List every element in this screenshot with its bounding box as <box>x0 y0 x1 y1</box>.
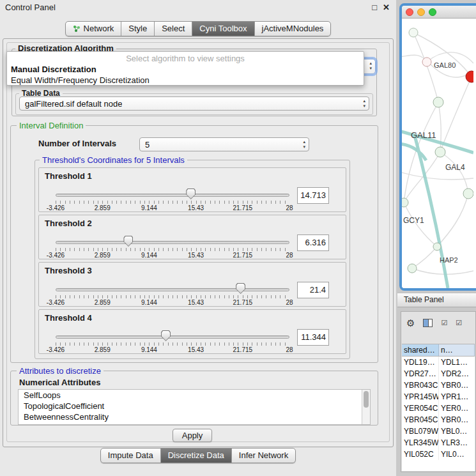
network-window-titlebar[interactable] <box>402 6 476 19</box>
network-node[interactable] <box>433 97 443 107</box>
table-row[interactable]: YLR345WYLR3… <box>402 437 475 449</box>
float-window-icon[interactable]: □ <box>372 3 377 12</box>
stepper-icon: ▴▾ <box>369 61 372 71</box>
attribute-list-item[interactable]: BetweennessCentrality <box>19 411 370 422</box>
apply-button[interactable]: Apply <box>173 429 212 442</box>
network-node[interactable] <box>408 264 417 273</box>
table-data-value: galFiltered.sif default node <box>25 99 122 109</box>
slider-track[interactable] <box>56 194 289 197</box>
tab-jactivemnodules[interactable]: jActiveMNodules <box>254 22 331 36</box>
thresholds-container: Threshold 1 -3.4262.8599.14415.4321.7152… <box>38 167 346 357</box>
slider-ticks <box>56 342 289 346</box>
scale-label: 15.43 <box>188 346 204 353</box>
tab-select[interactable]: Select <box>154 22 192 36</box>
tab-infer-network[interactable]: Infer Network <box>231 449 295 463</box>
table-cell: YBL0… <box>439 426 475 437</box>
tab-label: Discretize Data <box>168 450 224 460</box>
slider-handle[interactable] <box>161 330 171 341</box>
scale-label: -3.426 <box>47 299 65 306</box>
slider-handle[interactable] <box>236 283 245 294</box>
table-row[interactable]: YIL052CYIL0… <box>402 449 475 460</box>
number-of-intervals-select[interactable]: 5 ▴▾ <box>139 137 309 151</box>
network-canvas[interactable]: GAL80GAL11GAL4GCY1HAP2 <box>402 19 476 288</box>
slider-ticks <box>56 295 289 298</box>
table-panel-header[interactable]: Table Panel <box>397 293 476 307</box>
scale-label: 2.859 <box>95 204 111 211</box>
threshold-slider[interactable]: -3.4262.8599.14415.4321.71528 <box>56 234 289 260</box>
control-panel: Control Panel □ ✕ NetworkStyleSelectCyni… <box>0 0 396 476</box>
network-node[interactable] <box>402 198 408 207</box>
attribute-list-item[interactable]: SelfLoops <box>19 390 370 401</box>
scale-label: 28 <box>286 299 293 306</box>
table-cell: YDR27… <box>402 368 439 380</box>
network-view-window: GAL80GAL11GAL4GCY1HAP2 <box>399 3 476 291</box>
scrollbar-thumb[interactable] <box>364 391 369 408</box>
table-row[interactable]: YBR045CYBR0… <box>402 414 475 426</box>
gear-icon[interactable]: ⚙ <box>406 318 415 328</box>
network-node[interactable] <box>433 243 441 250</box>
close-traffic-light-icon[interactable] <box>406 8 413 16</box>
table-row[interactable]: YBL079WYBL0… <box>402 426 475 437</box>
table-cell: YDL1… <box>439 357 475 368</box>
table-data-select[interactable]: galFiltered.sif default node ▴▾ <box>19 96 369 111</box>
network-node[interactable] <box>422 58 431 66</box>
table-row[interactable]: YBR043CYBR0… <box>402 380 475 391</box>
scale-label: 21.715 <box>233 204 253 211</box>
stepper-icon: ▴▾ <box>303 139 305 150</box>
node-label: GAL80 <box>434 61 456 69</box>
tab-cyni-toolbox[interactable]: Cyni Toolbox <box>192 22 254 36</box>
slider-handle[interactable] <box>123 236 133 247</box>
slider-track[interactable] <box>56 335 289 339</box>
column-header[interactable]: n… <box>439 344 475 356</box>
dropdown-item[interactable]: Manual Discretization <box>7 64 364 75</box>
scrollbar[interactable] <box>362 390 370 424</box>
table-cell: YDL19… <box>402 357 439 368</box>
panel-title: Control Panel <box>5 3 56 12</box>
table-row[interactable]: YPR145WYPR1… <box>402 391 475 403</box>
network-node[interactable] <box>466 71 473 82</box>
threshold-value-field[interactable]: 11.344 <box>297 329 329 346</box>
table-cell: YIL0… <box>439 449 475 460</box>
tab-network[interactable]: Network <box>66 22 121 36</box>
network-node[interactable] <box>435 147 445 157</box>
table-row[interactable]: YDL19…YDL1… <box>402 357 475 368</box>
table-row[interactable]: YER054CYER0… <box>402 403 475 414</box>
table-cell: YER054C <box>402 403 439 414</box>
tab-label: Impute Data <box>108 450 153 460</box>
deselect-columns-icon[interactable]: ☑ <box>456 319 462 326</box>
scale-label: 21.715 <box>233 252 253 259</box>
numerical-attributes-list[interactable]: SelfLoopsTopologicalCoefficientBetweenne… <box>18 389 371 425</box>
column-header[interactable]: shared… <box>402 344 439 356</box>
node-label: GCY1 <box>403 216 424 225</box>
slider-track[interactable] <box>56 241 289 244</box>
table-header-row: shared…n… <box>402 344 475 357</box>
threshold-value-field[interactable]: 6.316 <box>297 234 329 251</box>
zoom-traffic-light-icon[interactable] <box>429 8 436 16</box>
table-cell: YER0… <box>439 403 475 414</box>
tab-impute-data[interactable]: Impute Data <box>101 449 160 463</box>
table-cell: YIL052C <box>402 449 439 460</box>
threshold-value-field[interactable]: 21.4 <box>297 282 329 298</box>
slider-handle[interactable] <box>186 188 196 199</box>
columns-icon[interactable] <box>423 319 433 327</box>
dropdown-item[interactable]: Equal Width/Frequency Discretization <box>7 75 364 86</box>
tab-label: Network <box>84 24 114 33</box>
threshold-slider[interactable]: -3.4262.8599.14415.4321.71528 <box>56 282 289 307</box>
interval-definition-title: Interval Definition <box>17 121 86 130</box>
network-node[interactable] <box>409 28 418 37</box>
minimize-traffic-light-icon[interactable] <box>417 8 425 16</box>
tab-discretize-data[interactable]: Discretize Data <box>160 449 231 463</box>
scale-label: 28 <box>286 346 293 353</box>
threshold-slider[interactable]: -3.4262.8599.14415.4321.71528 <box>56 329 289 355</box>
network-node[interactable] <box>463 188 473 199</box>
thresholds-group-title: Threshold's Coordinates for 5 Intervals <box>40 155 187 165</box>
scale-label: 2.859 <box>95 252 111 259</box>
slider-track[interactable] <box>56 288 289 291</box>
select-all-columns-icon[interactable]: ☑ <box>441 319 447 326</box>
threshold-slider[interactable]: -3.4262.8599.14415.4321.71528 <box>56 187 289 213</box>
attribute-list-item[interactable]: TopologicalCoefficient <box>19 401 370 411</box>
threshold-value-field[interactable]: 14.713 <box>297 187 329 204</box>
tab-style[interactable]: Style <box>121 22 154 36</box>
close-icon[interactable]: ✕ <box>383 3 390 12</box>
table-row[interactable]: YDR27…YDR2… <box>402 368 475 380</box>
